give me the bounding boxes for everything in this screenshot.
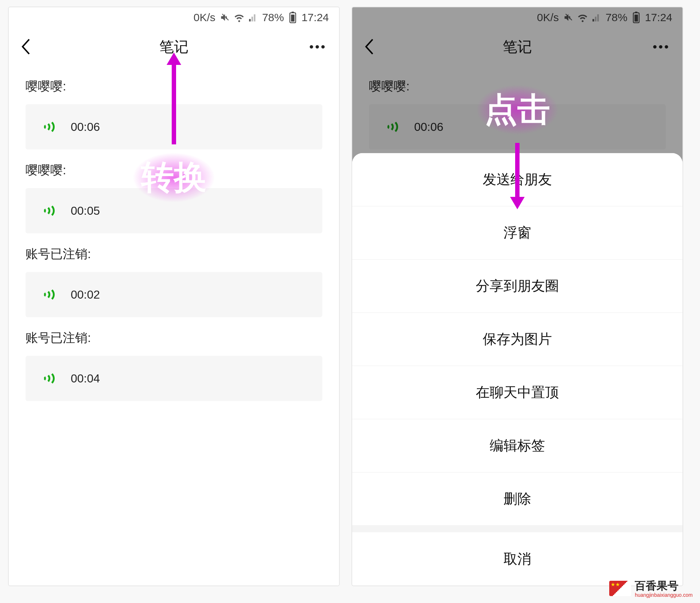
audio-duration: 00:06 (414, 120, 443, 134)
audio-clip[interactable]: 00:02 (26, 272, 322, 317)
status-bar: 0K/s 78% 17:24 (9, 7, 339, 28)
status-icons (563, 12, 601, 23)
sheet-option-pin-chat[interactable]: 在聊天中置顶 (352, 366, 682, 419)
note-sender: 账号已注销: (26, 246, 322, 262)
signal-icon (592, 13, 601, 22)
status-bar: 0K/s 78% 17:24 (352, 7, 682, 28)
svg-rect-2 (292, 12, 294, 13)
watermark-domain: huangjinbaixiangguo.com (635, 592, 693, 598)
action-sheet: 发送给朋友 浮窗 分享到朋友圈 保存为图片 在聊天中置顶 编辑标签 删除 取消 (352, 153, 682, 586)
clock: 17:24 (645, 11, 672, 24)
sheet-divider (352, 526, 682, 532)
watermark: 百香果号 huangjinbaixiangguo.com (609, 579, 693, 598)
back-button[interactable] (17, 38, 34, 55)
sheet-option-delete[interactable]: 删除 (352, 472, 682, 526)
more-button[interactable]: ••• (309, 40, 327, 54)
note-sender: 嘤嘤嘤: (26, 78, 322, 95)
watermark-logo-icon (609, 581, 631, 596)
more-button[interactable]: ••• (653, 40, 670, 54)
audio-duration: 00:05 (71, 204, 100, 218)
audio-clip[interactable]: 00:06 (369, 104, 666, 149)
wifi-icon (234, 12, 245, 23)
audio-icon (42, 287, 58, 303)
net-speed: 0K/s (194, 11, 215, 24)
status-icons (220, 12, 258, 23)
phone-right: 0K/s 78% 17:24 笔记 ••• 嘤嘤嘤: (351, 7, 683, 586)
phone-left: 0K/s 78% 17:24 笔记 ••• 嘤嘤嘤: (8, 7, 340, 586)
wifi-icon (577, 12, 588, 23)
audio-duration: 00:02 (71, 288, 100, 302)
audio-icon (42, 370, 58, 386)
mute-icon (220, 12, 230, 23)
audio-clip[interactable]: 00:05 (26, 188, 322, 233)
svg-rect-1 (291, 15, 295, 22)
svg-rect-5 (635, 12, 637, 13)
audio-icon (42, 119, 58, 135)
back-button[interactable] (360, 38, 378, 55)
battery-pct: 78% (262, 11, 284, 24)
signal-icon (248, 13, 258, 22)
sheet-option-save-image[interactable]: 保存为图片 (352, 313, 682, 366)
sheet-cancel[interactable]: 取消 (352, 532, 682, 586)
mute-icon (563, 12, 573, 23)
battery-icon (288, 12, 297, 23)
sheet-option-float-window[interactable]: 浮窗 (352, 206, 682, 260)
note-sender: 嘤嘤嘤: (369, 78, 666, 95)
watermark-name: 百香果号 (635, 580, 678, 592)
clock: 17:24 (302, 11, 329, 24)
net-speed: 0K/s (537, 11, 559, 24)
page-title: 笔记 (352, 37, 682, 57)
audio-duration: 00:06 (71, 120, 100, 134)
audio-clip[interactable]: 00:06 (26, 104, 322, 149)
nav-bar: 笔记 ••• (352, 28, 682, 66)
audio-icon (42, 203, 58, 219)
audio-icon (385, 119, 401, 135)
sheet-option-edit-tags[interactable]: 编辑标签 (352, 419, 682, 472)
battery-icon (632, 12, 641, 23)
sheet-option-share-moments[interactable]: 分享到朋友圈 (352, 260, 682, 313)
note-sender: 账号已注销: (26, 330, 322, 346)
page-title: 笔记 (9, 37, 339, 57)
sheet-option-send-friend[interactable]: 发送给朋友 (352, 153, 682, 206)
note-sender: 嘤嘤嘤: (26, 162, 322, 179)
note-content: 嘤嘤嘤: 00:06 嘤嘤嘤: 00:05 账号已注销: 00:02 账号已注销… (9, 78, 339, 401)
battery-pct: 78% (606, 11, 627, 24)
svg-rect-4 (634, 15, 638, 22)
nav-bar: 笔记 ••• (9, 28, 339, 66)
audio-clip[interactable]: 00:04 (26, 356, 322, 401)
audio-duration: 00:04 (71, 372, 100, 385)
